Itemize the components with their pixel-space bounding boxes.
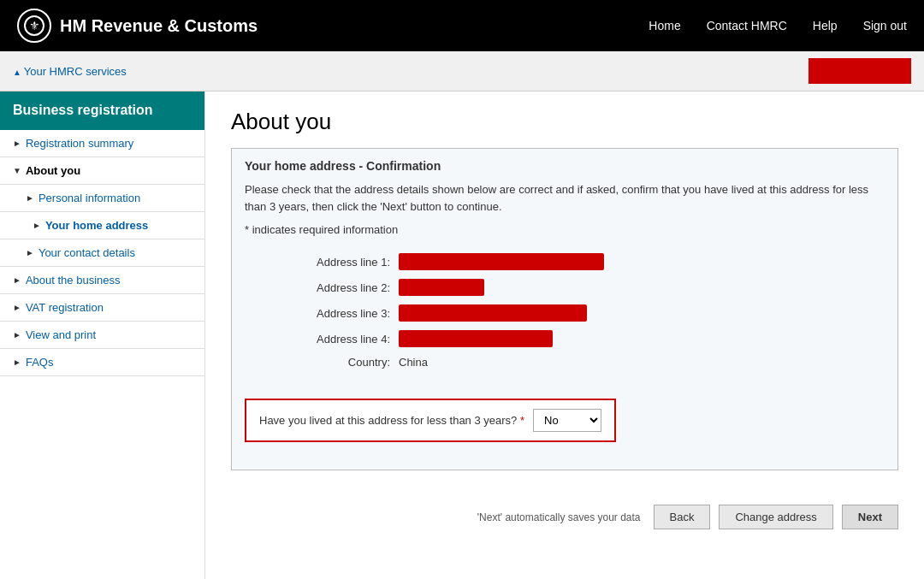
logo-area: ⚜ HM Revenue & Customs (17, 9, 649, 43)
address-row-country: Country: China (287, 356, 885, 369)
main-container: Business registration ► Registration sum… (0, 92, 924, 579)
arrow-icon: ► (13, 139, 21, 148)
sidebar-label: About the business (26, 274, 121, 287)
sidebar-label: VAT registration (26, 301, 104, 314)
arrow-icon: ► (13, 303, 21, 312)
services-bar: Your HMRC services (0, 51, 924, 92)
sidebar-label: View and print (26, 328, 96, 341)
sidebar-label: About you (26, 164, 80, 177)
sidebar-label: Personal information (38, 192, 140, 204)
arrow-icon: ▼ (13, 166, 21, 175)
sidebar-item-vat-registration[interactable]: ► VAT registration (0, 294, 204, 322)
section-box: Your home address - Confirmation Please … (231, 148, 898, 470)
address-row-3: Address line 3: (287, 304, 885, 322)
sidebar-item-home-address[interactable]: ► Your home address (0, 212, 204, 239)
arrow-icon: ► (33, 221, 41, 230)
question-box: Have you lived at this address for less … (245, 399, 616, 442)
arrow-icon: ► (13, 330, 21, 340)
arrow-icon: ► (26, 193, 34, 203)
content-area: About you Your home address - Confirmati… (205, 92, 924, 579)
instruction-text: Please check that the address details sh… (245, 181, 885, 215)
address-label-4: Address line 4: (287, 333, 399, 346)
footer-actions: 'Next' automatically saves your data Bac… (231, 496, 898, 529)
address-row-1: Address line 1: (287, 253, 885, 270)
sidebar-item-contact-details[interactable]: ► Your contact details (0, 239, 204, 267)
auto-save-note: 'Next' automatically saves your data (477, 511, 641, 523)
back-button[interactable]: Back (654, 505, 711, 529)
nav-help[interactable]: Help (813, 19, 838, 32)
address-label-1: Address line 1: (287, 256, 399, 269)
lived-at-address-select[interactable]: Yes No (533, 409, 601, 432)
arrow-icon: ► (13, 357, 21, 367)
address-label-2: Address line 2: (287, 281, 399, 294)
header-title: HM Revenue & Customs (60, 16, 258, 36)
address-table: Address line 1: Address line 2: Address … (287, 253, 885, 369)
sidebar-item-registration-summary[interactable]: ► Registration summary (0, 130, 204, 157)
address-label-country: Country: (287, 356, 399, 369)
hmrc-logo-icon: ⚜ (17, 9, 51, 43)
sidebar-item-about-you[interactable]: ▼ About you (0, 157, 204, 185)
sidebar-item-personal-info[interactable]: ► Personal information (0, 185, 204, 212)
sidebar-label: FAQs (26, 356, 54, 369)
sidebar-label: Registration summary (26, 137, 133, 150)
sidebar-section-title: Business registration (0, 92, 204, 130)
header-nav: Home Contact HMRC Help Sign out (649, 19, 907, 32)
sidebar-label: Your home address (45, 219, 148, 232)
sidebar: Business registration ► Registration sum… (0, 92, 205, 579)
sidebar-item-faqs[interactable]: ► FAQs (0, 349, 204, 376)
question-label: Have you lived at this address for less … (259, 414, 524, 427)
svg-text:⚜: ⚜ (29, 20, 40, 32)
nav-home[interactable]: Home (649, 19, 680, 32)
address-value-4 (399, 330, 553, 347)
nav-signout[interactable]: Sign out (863, 19, 907, 32)
address-row-2: Address line 2: (287, 279, 885, 296)
header: ⚜ HM Revenue & Customs Home Contact HMRC… (0, 0, 924, 51)
address-value-3 (399, 304, 587, 322)
address-value-1 (399, 253, 604, 270)
required-note: * indicates required information (245, 223, 885, 236)
sidebar-label: Your contact details (38, 246, 135, 259)
address-value-country: China (399, 356, 428, 369)
page-title: About you (231, 109, 898, 135)
section-box-title: Your home address - Confirmation (245, 159, 885, 173)
services-link[interactable]: Your HMRC services (13, 65, 127, 78)
nav-contact[interactable]: Contact HMRC (707, 19, 787, 32)
sidebar-item-about-business[interactable]: ► About the business (0, 267, 204, 294)
redacted-user-bar (808, 58, 911, 84)
next-button[interactable]: Next (842, 505, 898, 529)
change-address-button[interactable]: Change address (719, 505, 832, 529)
arrow-icon: ► (26, 248, 34, 257)
address-label-3: Address line 3: (287, 307, 399, 320)
required-star: * (520, 414, 524, 427)
arrow-icon: ► (13, 275, 21, 285)
address-value-2 (399, 279, 484, 296)
address-row-4: Address line 4: (287, 330, 885, 347)
sidebar-item-view-print[interactable]: ► View and print (0, 322, 204, 349)
